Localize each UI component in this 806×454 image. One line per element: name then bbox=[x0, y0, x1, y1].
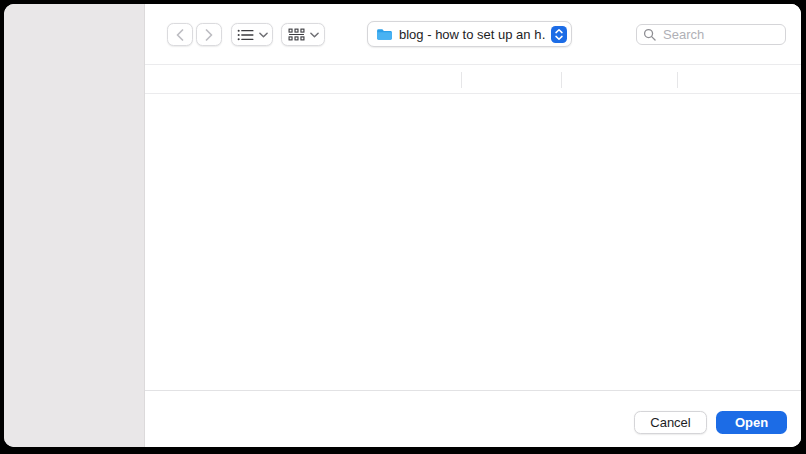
cancel-button[interactable]: Cancel bbox=[634, 411, 707, 434]
open-button[interactable]: Open bbox=[716, 411, 787, 434]
list-icon bbox=[237, 29, 254, 41]
search-icon bbox=[643, 28, 656, 41]
up-down-stepper-icon[interactable] bbox=[551, 26, 567, 43]
chevron-left-icon bbox=[176, 29, 184, 41]
search-field[interactable] bbox=[636, 24, 786, 45]
column-divider[interactable] bbox=[561, 72, 562, 88]
column-headers bbox=[145, 64, 801, 94]
chevron-down-icon bbox=[310, 32, 319, 38]
column-divider[interactable] bbox=[461, 72, 462, 88]
search-input[interactable] bbox=[661, 26, 779, 43]
sidebar bbox=[4, 4, 145, 447]
group-view-button[interactable] bbox=[281, 23, 325, 46]
forward-button[interactable] bbox=[196, 23, 222, 46]
folder-dropdown-label: blog - how to set up an h… bbox=[399, 27, 545, 42]
group-icon bbox=[288, 28, 305, 41]
column-divider[interactable] bbox=[677, 72, 678, 88]
folder-icon bbox=[376, 28, 393, 41]
chevron-right-icon bbox=[205, 29, 213, 41]
open-dialog-window: blog - how to set up an h… bbox=[4, 4, 801, 447]
folder-dropdown[interactable]: blog - how to set up an h… bbox=[367, 21, 572, 47]
dialog-footer: Cancel Open bbox=[145, 390, 801, 447]
back-button[interactable] bbox=[167, 23, 193, 46]
file-browser: blog - how to set up an h… bbox=[145, 4, 801, 447]
list-view-button[interactable] bbox=[231, 23, 273, 46]
chevron-down-icon bbox=[259, 32, 268, 38]
toolbar: blog - how to set up an h… bbox=[145, 4, 801, 64]
